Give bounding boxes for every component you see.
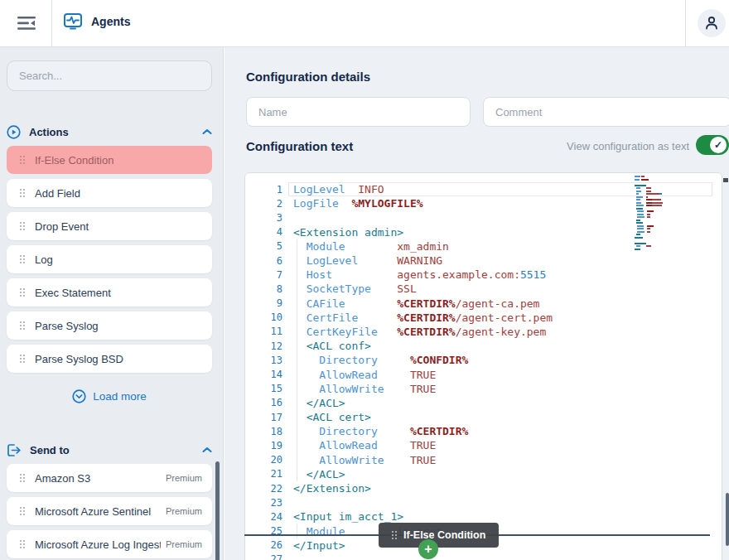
indent-guide: [297, 239, 297, 253]
code-token: [345, 183, 359, 196]
collapse-sidebar-icon[interactable]: [10, 10, 43, 36]
code-line: 22</Extension>: [245, 481, 722, 495]
code-token: %CERTDIR%: [397, 326, 455, 338]
sidebar-item-amazon-s3[interactable]: Amazon S3Premium: [7, 464, 212, 492]
drop-add-plus-icon: +: [418, 539, 438, 559]
code-text: <ACL conf>: [293, 340, 371, 352]
code-token: [339, 197, 352, 210]
section-label-actions: Actions: [29, 126, 194, 138]
drag-handle-icon: [20, 355, 22, 356]
sidebar-item-exec-statement[interactable]: Exec Statement: [7, 278, 212, 307]
person-icon: [703, 15, 720, 31]
sidebar-item-drop-event[interactable]: Drop Event: [7, 212, 212, 240]
load-more-button[interactable]: Load more: [0, 387, 219, 405]
sidebar-scrollbar-thumb[interactable]: [215, 461, 220, 560]
drag-ghost-if-else-condition[interactable]: If-Else Condition: [379, 523, 499, 548]
view-as-text-toggle[interactable]: ✓: [696, 135, 729, 155]
sidebar-item-label: Parse Syslog: [35, 320, 202, 332]
section-label-sendto: Send to: [30, 444, 194, 456]
code-line: 15 AllowWrite TRUE: [245, 382, 722, 396]
sidebar-section-actions-header[interactable]: Actions: [7, 123, 212, 141]
code-token: AllowRead: [319, 439, 377, 451]
chevron-up-icon[interactable]: [202, 447, 212, 453]
code-token: 5515: [520, 268, 546, 281]
line-number: 9: [245, 297, 282, 309]
code-token: SocketType: [307, 282, 371, 295]
code-text: </Extension>: [293, 482, 371, 495]
line-number: 22: [245, 483, 282, 495]
minimap-line: [635, 222, 684, 224]
sidebar-section-sendto-header[interactable]: Send to: [7, 441, 212, 459]
indent-guide: [297, 325, 297, 339]
sidebar-item-label: Add Field: [35, 187, 202, 200]
toggle-check-icon: ✓: [710, 137, 727, 153]
sidebar: Actions If-Else ConditionAdd FieldDrop E…: [0, 47, 224, 560]
code-token: TRUE: [410, 454, 436, 466]
name-field[interactable]: [246, 97, 471, 127]
chevron-up-icon[interactable]: [202, 128, 212, 135]
code-text: AllowWrite TRUE: [293, 454, 436, 466]
page-scrollbar-thumb[interactable]: [726, 493, 729, 546]
sidebar-item-microsoft-azure-sentinel[interactable]: Microsoft Azure SentinelPremium: [7, 497, 212, 525]
code-token: xm_admin: [397, 240, 449, 253]
drag-handle-icon: [20, 321, 22, 323]
sidebar-item-if-else-condition[interactable]: If-Else Condition: [7, 146, 212, 174]
indent-guide: [297, 467, 297, 481]
sidebar-item-label: Drop Event: [35, 220, 202, 233]
minimap-line: [635, 179, 684, 181]
code-text: Directory %CONFDIR%: [293, 354, 468, 366]
code-token: %MYLOGFILE%: [351, 197, 422, 210]
line-number: 2: [245, 198, 282, 210]
code-token: AllowWrite: [319, 454, 384, 466]
editor-minimap[interactable]: [635, 176, 684, 258]
code-text: Directory %CERTDIR%: [293, 425, 468, 437]
minimap-line: [635, 231, 684, 233]
page-title: Agents: [91, 15, 130, 28]
minimap-line: [635, 225, 684, 227]
code-token: </Input>: [293, 539, 345, 552]
line-number: 14: [245, 369, 282, 380]
indent-guide: [297, 438, 297, 452]
code-text: </ACL>: [293, 468, 345, 480]
minimap-line: [635, 191, 684, 192]
code-text: LogLevel WARNING: [293, 254, 442, 267]
code-token: TRUE: [410, 439, 436, 451]
sidebar-item-add-field[interactable]: Add Field: [7, 179, 212, 207]
code-text: Module xm_admin: [293, 240, 449, 253]
code-text: SocketType SSL: [293, 282, 417, 295]
sidebar-item-parse-syslog-bsd[interactable]: Parse Syslog BSD: [7, 345, 212, 373]
line-number: 15: [245, 383, 282, 394]
code-token: [293, 254, 307, 267]
code-token: [345, 297, 398, 310]
minimap-line: [635, 234, 684, 235]
code-token: [293, 240, 307, 253]
line-number: 24: [245, 511, 282, 523]
premium-badge: Premium: [166, 506, 202, 516]
code-token: [293, 282, 307, 295]
configuration-code-editor[interactable]: 1LogLevel INFO2LogFile %MYLOGFILE%34<Ext…: [244, 172, 722, 560]
drag-handle-icon: [20, 255, 22, 257]
minimap-line: [635, 193, 684, 195]
code-token: [378, 354, 410, 366]
line-number: 10: [245, 311, 282, 323]
code-token: SSL: [397, 282, 416, 295]
editor-scrollbar-thumb[interactable]: [723, 178, 728, 182]
load-more-label: Load more: [93, 390, 147, 403]
drag-handle-icon: [20, 189, 22, 191]
code-text: </ACL>: [293, 397, 345, 409]
search-input[interactable]: [7, 60, 212, 91]
code-token: <Input im_acct_1>: [293, 510, 403, 523]
drag-handle-icon: [20, 288, 22, 290]
code-line: 21 </ACL>: [245, 467, 722, 481]
code-text: CertFile %CERTDIR%/agent-cert.pem: [293, 311, 553, 324]
indent-guide: [297, 253, 297, 268]
comment-field[interactable]: [483, 97, 729, 127]
minimap-line: [635, 187, 684, 189]
code-line: 11 CertKeyFile %CERTDIR%/agent-key.pem: [245, 325, 722, 339]
sidebar-item-parse-syslog[interactable]: Parse Syslog: [7, 311, 212, 340]
code-line: 20 AllowWrite TRUE: [245, 453, 722, 467]
sidebar-item-microsoft-azure-log-ingestion[interactable]: Microsoft Azure Log IngestionPremium: [7, 530, 212, 558]
user-profile-button[interactable]: [698, 9, 726, 37]
code-token: [332, 268, 397, 281]
sidebar-item-log[interactable]: Log: [7, 245, 212, 273]
